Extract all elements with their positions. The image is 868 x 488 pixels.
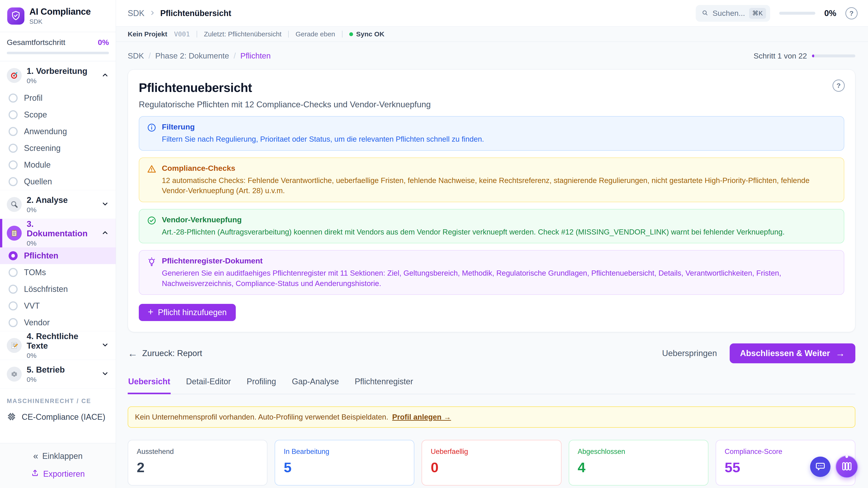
stat-ausstehend: Ausstehend 2 (128, 440, 268, 486)
tab-profiling[interactable]: Profiling (246, 376, 276, 394)
divider (342, 31, 342, 37)
crumb-current: Pflichten (240, 51, 271, 60)
sidebar-item-anwendung[interactable]: Anwendung (0, 123, 116, 140)
check-circle-icon (147, 216, 156, 237)
chip-icon (7, 412, 16, 422)
tab-pflichtenregister[interactable]: Pflichtenregister (354, 376, 413, 394)
columns-fab-button[interactable] (835, 455, 858, 478)
memo-icon (7, 338, 22, 353)
top-progress-bar (779, 12, 815, 15)
sidebar: AI Compliance SDK Gesamtfortschritt 0% 1… (0, 0, 116, 488)
add-pflicht-button[interactable]: + Pflicht hinzufuegen (139, 304, 236, 321)
shield-check-icon (11, 11, 21, 22)
radio-icon (8, 110, 18, 119)
breadcrumb-current: Pflichtenübersicht (160, 8, 231, 18)
last-time: Gerade eben (296, 30, 335, 38)
sidebar-item-toms[interactable]: TOMs (0, 264, 116, 281)
last-visited: Zuletzt: Pflichtenübersicht (204, 30, 282, 38)
overall-progress-label: Gesamtfortschritt (7, 38, 65, 47)
double-chevron-left-icon: « (33, 451, 38, 461)
sidebar-item-vendor[interactable]: Vendor (0, 314, 116, 331)
crumb-sdk[interactable]: SDK (128, 51, 144, 60)
step-progress-bar (812, 55, 855, 57)
stat-abgeschlossen: Abgeschlossen 4 (569, 440, 708, 486)
search-input[interactable]: Suchen... ⌘K (696, 5, 770, 22)
columns-icon (841, 461, 852, 473)
overall-progress-value: 0% (98, 38, 109, 47)
sync-ok-dot (349, 32, 353, 36)
radio-icon (8, 144, 18, 153)
lightbulb-icon (147, 257, 156, 289)
chevron-right-icon (149, 10, 155, 17)
sidebar-item-module[interactable]: Module (0, 157, 116, 173)
breadcrumb-root[interactable]: SDK (128, 8, 145, 18)
create-profile-link[interactable]: Profil anlegen → (392, 413, 451, 421)
section-pct: 0% (27, 77, 88, 85)
export-button[interactable]: Exportieren (31, 469, 85, 479)
app-title: AI Compliance (29, 6, 91, 17)
sidebar-item-scope[interactable]: Scope (0, 106, 116, 123)
top-progress-value: 0% (825, 8, 836, 18)
chevron-down-icon (101, 370, 109, 379)
info-icon (147, 123, 156, 144)
tab-gap-analyse[interactable]: Gap-Analyse (291, 376, 339, 394)
sidebar-item-vvt[interactable]: VVT (0, 297, 116, 314)
app-header: AI Compliance SDK (0, 0, 116, 32)
skip-button[interactable]: Ueberspringen (662, 349, 717, 358)
radio-icon (8, 268, 18, 277)
back-link[interactable]: ← Zurueck: Report (128, 348, 202, 359)
card-help-icon[interactable]: ? (833, 79, 845, 92)
chat-fab-button[interactable] (810, 457, 831, 477)
collapse-sidebar-button[interactable]: « Einklappen (33, 451, 83, 461)
section-title: 3. Dokumentation (27, 219, 96, 238)
stat-in-bearbeitung: In Bearbeitung 5 (275, 440, 414, 486)
step-indicator: Schritt 1 von 22 (754, 52, 855, 60)
section-title: 4. Rechtliche Texte (27, 332, 96, 351)
finish-next-button[interactable]: Abschliessen & Weiter → (730, 344, 855, 363)
arrow-left-icon: ← (128, 348, 138, 359)
radio-icon (8, 301, 18, 311)
sidebar-item-pflichten[interactable]: Pflichten (0, 248, 116, 264)
info-box-pflichtenregister: Pflichtenregister-Dokument Generieren Si… (139, 250, 844, 295)
content-scroll: SDK / Phase 2: Dokumente / Pflichten Sch… (116, 42, 868, 488)
radio-icon (8, 318, 18, 327)
overall-progress-bar (7, 52, 109, 54)
sidebar-item-quellen[interactable]: Quellen (0, 173, 116, 190)
page-title: Pflichtenuebersicht (139, 80, 844, 95)
floating-buttons (810, 455, 858, 478)
sidebar-item-screening[interactable]: Screening (0, 140, 116, 157)
sync-label: Sync OK (356, 30, 384, 38)
sidebar-item-profil[interactable]: Profil (0, 90, 116, 106)
sidebar-item-loeschfristen[interactable]: Löschfristen (0, 281, 116, 297)
chevron-down-icon (101, 341, 109, 350)
chevron-down-icon (101, 200, 109, 209)
radio-icon (8, 177, 18, 186)
sidebar-group-label: MASCHINENRECHT / CE (0, 389, 116, 408)
stat-ueberfaellig: Ueberfaellig 0 (422, 440, 561, 486)
sidebar-section-dokumentation[interactable]: 3. Dokumentation 0% (0, 219, 116, 248)
tab-uebersicht[interactable]: Uebersicht (128, 376, 170, 394)
wizard-nav: ← Zurueck: Report Ueberspringen Abschlie… (128, 344, 855, 363)
sidebar-section-analyse[interactable]: 2. Analyse 0% (0, 190, 116, 219)
sidebar-section-betrieb[interactable]: 5. Betrieb 0% (0, 360, 116, 388)
tab-bar: Uebersicht Detail-Editor Profiling Gap-A… (128, 376, 855, 394)
app-subtitle: SDK (29, 18, 91, 25)
info-box-vendor-verknuepfung: Vendor-Verknuepfung Art.-28-Pflichten (A… (139, 209, 844, 243)
crumb-phase[interactable]: Phase 2: Dokumente (155, 51, 229, 60)
chevron-up-icon (101, 229, 109, 237)
breadcrumb: SDK Pflichtenübersicht (128, 8, 231, 18)
sidebar-section-vorbereitung[interactable]: 1. Vorbereitung 0% (0, 61, 116, 90)
gear-icon (7, 367, 22, 382)
radio-icon (8, 285, 18, 294)
target-icon (7, 68, 22, 83)
profile-warning-banner: Kein Unternehmensprofil vorhanden. Auto-… (128, 406, 855, 428)
sidebar-item-ce-compliance[interactable]: CE-Compliance (IACE) (0, 408, 116, 426)
magnifier-icon (7, 197, 22, 212)
page-breadcrumb: SDK / Phase 2: Dokumente / Pflichten (128, 51, 271, 60)
help-icon[interactable]: ? (845, 7, 858, 20)
sidebar-section-rechtliche-texte[interactable]: 4. Rechtliche Texte 0% (0, 331, 116, 360)
section-title: 5. Betrieb (27, 365, 65, 375)
sidebar-footer: « Einklappen Exportieren (0, 443, 116, 488)
top-bar: SDK Pflichtenübersicht Suchen... ⌘K 0% ? (116, 0, 868, 27)
tab-detail-editor[interactable]: Detail-Editor (186, 376, 231, 394)
